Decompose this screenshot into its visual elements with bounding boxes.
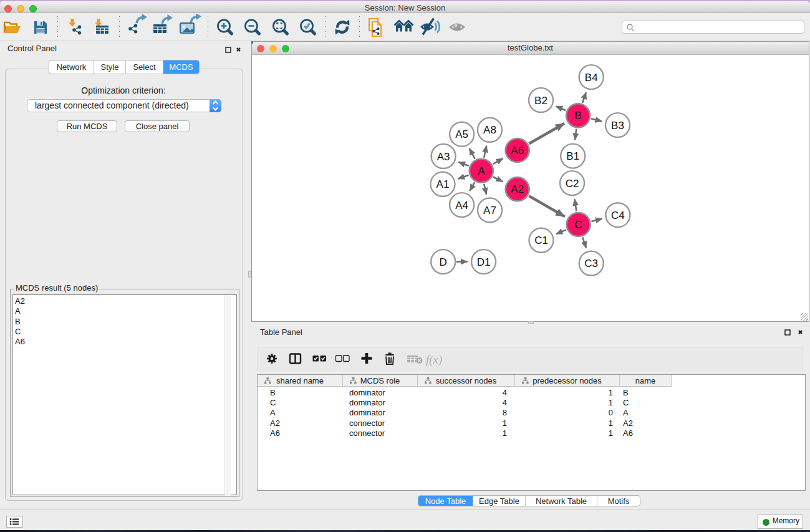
svg-text:A2: A2 [511, 183, 524, 195]
svg-text:B4: B4 [585, 72, 598, 84]
svg-text:A8: A8 [483, 124, 496, 136]
svg-text:A1: A1 [436, 178, 450, 190]
svg-text:A: A [478, 165, 485, 177]
svg-text:D: D [440, 256, 447, 268]
svg-text:C4: C4 [611, 210, 625, 221]
svg-text:C1: C1 [534, 235, 548, 246]
svg-text:A4: A4 [455, 200, 468, 211]
svg-text:B2: B2 [534, 95, 547, 107]
svg-text:C: C [574, 219, 582, 231]
svg-text:A6: A6 [511, 145, 524, 157]
svg-text:C3: C3 [584, 258, 598, 269]
svg-text:A3: A3 [437, 151, 450, 163]
svg-text:A5: A5 [455, 128, 468, 140]
svg-text:C2: C2 [566, 178, 579, 190]
svg-text:D1: D1 [477, 256, 491, 268]
svg-text:A7: A7 [483, 205, 496, 216]
svg-text:B: B [574, 110, 581, 122]
svg-text:B3: B3 [611, 120, 624, 132]
svg-text:B1: B1 [566, 150, 579, 162]
